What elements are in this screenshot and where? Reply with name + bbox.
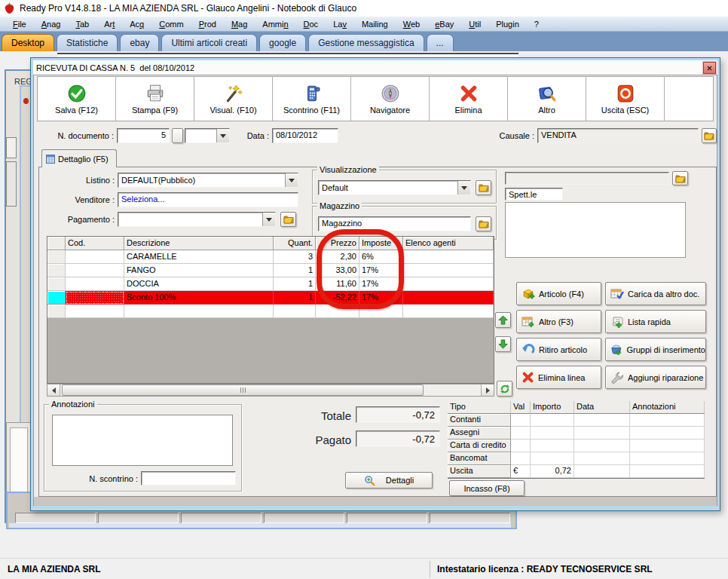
tab-more[interactable]: ... [427, 34, 454, 51]
cliente-input[interactable] [505, 172, 669, 185]
menu-item-lav[interactable]: Lav [326, 18, 353, 30]
menu-item-plugin[interactable]: Plugin [489, 18, 526, 30]
payment-row-carta-di-credito[interactable]: Carta di credito [448, 440, 705, 452]
table-row[interactable]: DOCCIA 1 11,60 17% [47, 277, 494, 291]
magazzino-input[interactable]: Magazzino [318, 216, 471, 231]
header-descrizione[interactable]: Descrizione [124, 237, 274, 250]
elimina-button[interactable]: Elimina [430, 77, 508, 121]
n-documento-input[interactable]: 5 [117, 128, 170, 143]
cliente-lookup-button[interactable] [672, 171, 688, 185]
pagamento-lookup-button[interactable] [280, 212, 296, 227]
menu-item-art[interactable]: Art [97, 18, 121, 30]
menu-item-ebay[interactable]: eBay [428, 18, 460, 30]
visual-button[interactable]: Visual. (F10) [194, 77, 273, 121]
causale-input[interactable]: VENDITA [537, 128, 699, 143]
close-icon[interactable] [703, 62, 716, 74]
spettle-input[interactable]: Spett.le [505, 188, 563, 201]
data-input[interactable]: 08/10/2012 [272, 128, 338, 143]
address-textarea[interactable] [505, 202, 686, 258]
navigatore-button[interactable]: Navigatore [351, 77, 430, 121]
carica-da-altro-doc-button[interactable]: Carica da altro doc. [605, 282, 706, 305]
table-row[interactable]: CARAMELLE 3 2,30 6% [47, 250, 494, 264]
tab-desktop[interactable]: Desktop [2, 34, 54, 51]
altro-f3-button[interactable]: Altro (F3) [516, 310, 601, 333]
menu-item-prod[interactable]: Prod [192, 18, 223, 30]
totale-value: -0,72 [356, 406, 440, 423]
totale-label: Totale [304, 409, 351, 422]
menu-item-anag[interactable]: Anag [35, 18, 68, 30]
menu-item-tab[interactable]: Tab [69, 18, 96, 30]
visualizzazione-combo[interactable]: Default [318, 180, 471, 195]
menu-item-comm[interactable]: Comm [152, 18, 190, 30]
chevron-down-icon[interactable] [457, 181, 470, 195]
menu-item-mailing[interactable]: Mailing [355, 18, 395, 30]
n-scontrino-input[interactable] [141, 471, 236, 486]
dialog-body: Salva (F12) Stampa (F9) [33, 75, 717, 506]
menu-item-acq[interactable]: Acq [123, 18, 151, 30]
move-row-down-button[interactable] [495, 336, 511, 352]
table-row[interactable]: FANGO 1 33,00 17% [47, 264, 494, 277]
scroll-left-icon[interactable] [47, 384, 60, 396]
menu-item-ammin[interactable]: Ammin [255, 18, 295, 30]
stampa-button[interactable]: Stampa (F9) [116, 77, 194, 121]
payment-row-assegni[interactable]: Assegni [448, 427, 705, 440]
aggiungi-riparazione-button[interactable]: Aggiungi riparazione [605, 366, 706, 389]
app-titlebar: Ready Pro V14.8.18 - LA MIA AZIENDA SRL … [0, 0, 728, 17]
uscita-button[interactable]: Uscita (ESC) [586, 77, 665, 121]
visualizzazione-lookup-button[interactable] [476, 180, 491, 195]
tab-statistiche[interactable]: Statistiche [57, 34, 118, 51]
pagamento-combo[interactable] [118, 212, 276, 227]
altro-button[interactable]: Altro [508, 77, 586, 121]
tab-gestione-messaggistica[interactable]: Gestione messaggistica [308, 34, 424, 51]
salva-button[interactable]: Salva (F12) [38, 77, 116, 121]
elimina-linea-button[interactable]: Elimina linea [516, 366, 601, 389]
tab-ebay[interactable]: ebay [120, 34, 159, 51]
incasso-button[interactable]: Incasso (F8) [449, 480, 525, 496]
statusbar-license: Intestatario licenza : READY TECNOSERVIC… [437, 564, 653, 574]
refresh-button[interactable] [497, 381, 512, 397]
tab-dettaglio[interactable]: Dettaglio (F5) [41, 149, 117, 167]
gruppi-di-inserimento-button[interactable]: Gruppi di inserimento [605, 338, 706, 361]
causale-lookup-button[interactable] [702, 128, 717, 143]
menu-item-file[interactable]: File [6, 18, 33, 30]
green-up-arrow-icon [498, 315, 508, 325]
items-table-hscrollbar[interactable] [47, 384, 494, 397]
n-documento-suffix-combo[interactable] [185, 128, 230, 143]
scontrino-button[interactable]: Scontrino (F11) [273, 77, 351, 121]
venditore-field[interactable]: Seleziona... [118, 192, 298, 207]
scrollbar-thumb[interactable] [62, 384, 424, 396]
tab-google[interactable]: google [259, 34, 306, 51]
menu-item-web[interactable]: Web [396, 18, 427, 30]
header-elenco-agenti[interactable]: Elenco agenti [403, 237, 494, 250]
menu-item-mag[interactable]: Mag [225, 18, 254, 30]
magazzino-lookup-button[interactable] [476, 216, 491, 231]
header-cod[interactable]: Cod. [66, 237, 124, 250]
pagato-label: Pagato [304, 433, 351, 446]
menu-item-help[interactable]: ? [528, 18, 546, 30]
header-quant[interactable]: Quant. [274, 237, 316, 250]
table-row-empty[interactable] [47, 305, 494, 318]
n-documento-mini-button[interactable] [172, 128, 183, 143]
listino-combo[interactable]: DEFAULT(Pubblico) [118, 173, 298, 188]
table-row-selected[interactable]: Sconto 100% 1 -52,22 17% [47, 291, 494, 305]
menu-item-util[interactable]: Util [462, 18, 488, 30]
ritiro-articolo-button[interactable]: Ritiro articolo [516, 338, 601, 361]
header-prezzo[interactable]: Prezzo [316, 237, 359, 250]
tab-ultimi-articoli[interactable]: Ultimi articoli creati [161, 34, 257, 51]
dettagli-button[interactable]: Dettagli [345, 472, 433, 489]
move-row-up-button[interactable] [495, 312, 511, 328]
payment-row-uscita[interactable]: Uscita € 0,72 [448, 465, 705, 478]
chevron-down-icon[interactable] [216, 129, 229, 142]
menu-item-doc[interactable]: Doc [297, 18, 326, 30]
header-select-col[interactable] [47, 237, 66, 250]
scroll-right-icon[interactable] [481, 384, 494, 396]
dialog-titlebar[interactable]: RICEVUTA DI CASSA N. 5 del 08/10/2012 [33, 60, 717, 75]
header-imposte[interactable]: Imposte [359, 237, 403, 250]
annotazioni-textarea[interactable] [52, 415, 233, 466]
lista-rapida-button[interactable]: Lista rapida [605, 310, 706, 333]
payment-row-contanti[interactable]: Contanti [448, 414, 705, 427]
articolo-button[interactable]: Articolo (F4) [516, 282, 601, 305]
chevron-down-icon[interactable] [285, 173, 298, 187]
payment-row-bancomat[interactable]: Bancomat [448, 452, 705, 465]
chevron-down-icon[interactable] [262, 213, 275, 226]
